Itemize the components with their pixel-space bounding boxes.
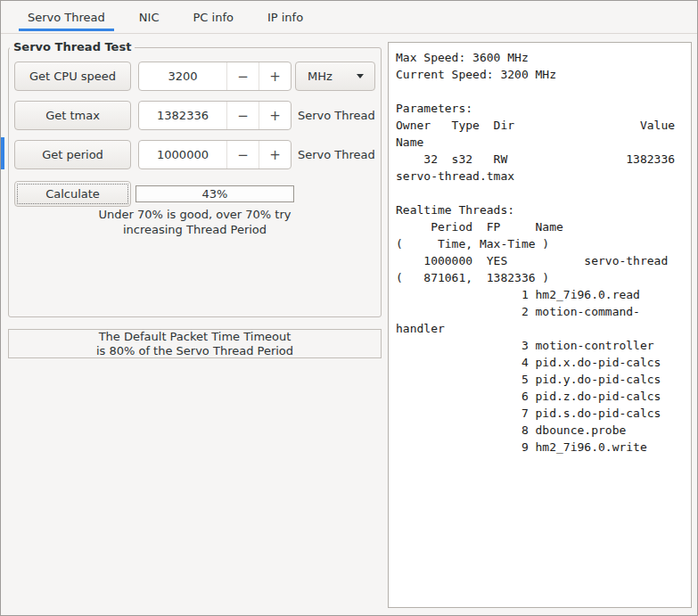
chevron-down-icon: [357, 74, 364, 78]
unit-dropdown-value: MHz: [308, 70, 333, 83]
hint-text-line-2: increasing Thread Period: [9, 222, 381, 237]
tmax-spinbox: 1382336 − +: [138, 101, 292, 130]
notice-line-1: The Default Packet Time Timeout: [9, 330, 381, 344]
calc-result-field: 43%: [135, 185, 294, 202]
output-textview: Max Speed: 3600 MHz Current Speed: 3200 …: [388, 42, 692, 608]
tab-pc-info[interactable]: PC info: [184, 1, 242, 33]
period-spinbox: 1000000 − +: [138, 140, 292, 169]
period-decrement-button[interactable]: −: [226, 141, 259, 168]
tab-bar: Servo Thread NIC PC info IP info: [1, 1, 697, 34]
period-thread-label: Servo Thread: [298, 140, 375, 169]
period-value[interactable]: 1000000: [139, 141, 226, 168]
tab-nic-label: NIC: [139, 11, 160, 24]
hint-text: Under 70% is good, over 70% try increasi…: [9, 207, 381, 237]
app-window: Servo Thread NIC PC info IP info Servo T…: [0, 0, 698, 616]
get-tmax-button[interactable]: Get tmax: [14, 101, 131, 130]
get-period-button[interactable]: Get period: [14, 140, 131, 169]
unit-dropdown[interactable]: MHz: [295, 62, 375, 91]
cpu-speed-increment-button[interactable]: +: [259, 62, 291, 90]
calculate-button[interactable]: Calculate: [14, 181, 131, 207]
tab-servo-thread[interactable]: Servo Thread: [19, 1, 114, 33]
tab-servo-thread-label: Servo Thread: [28, 11, 105, 24]
hint-text-line-1: Under 70% is good, over 70% try: [9, 207, 381, 222]
tmax-increment-button[interactable]: +: [259, 102, 291, 129]
period-increment-button[interactable]: +: [259, 141, 291, 168]
tab-ip-info[interactable]: IP info: [259, 1, 312, 33]
focus-indicator-stripe: [1, 137, 4, 169]
servo-thread-test-frame: Servo Thread Test Get CPU speed 3200 − +…: [8, 47, 382, 317]
tab-ip-info-label: IP info: [267, 11, 303, 24]
tmax-thread-label: Servo Thread: [298, 101, 375, 130]
tab-nic[interactable]: NIC: [130, 1, 168, 33]
tmax-decrement-button[interactable]: −: [226, 102, 259, 129]
notice-line-2: is 80% of the Servo Thread Period: [9, 344, 381, 358]
tmax-value[interactable]: 1382336: [139, 102, 226, 129]
packet-timeout-notice: The Default Packet Time Timeout is 80% o…: [8, 329, 382, 358]
cpu-speed-decrement-button[interactable]: −: [226, 62, 259, 90]
get-cpu-speed-button[interactable]: Get CPU speed: [14, 62, 131, 91]
cpu-speed-spinbox: 3200 − +: [138, 62, 292, 91]
cpu-speed-value[interactable]: 3200: [139, 62, 226, 90]
tab-pc-info-label: PC info: [193, 11, 233, 24]
frame-title: Servo Thread Test: [10, 40, 135, 53]
